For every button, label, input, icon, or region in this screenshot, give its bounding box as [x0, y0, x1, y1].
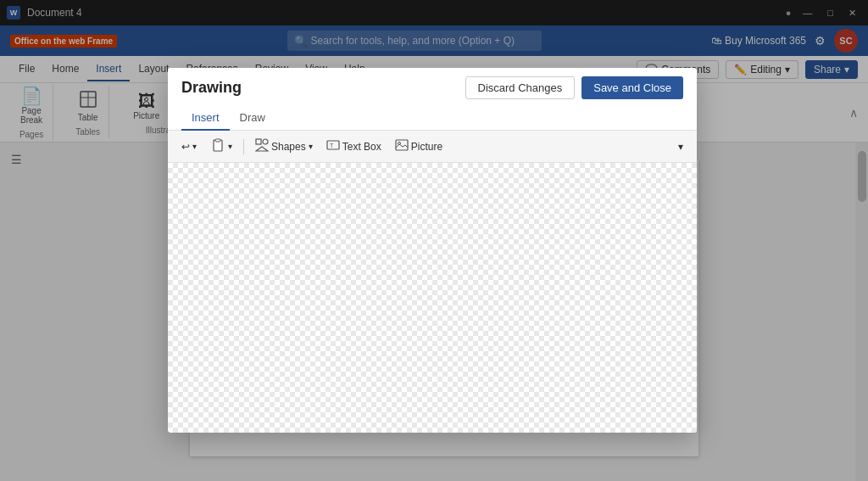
dialog-tab-insert[interactable]: Insert: [181, 106, 230, 131]
dialog-title: Drawing: [181, 79, 242, 97]
svg-rect-9: [256, 139, 261, 144]
svg-rect-14: [396, 140, 408, 150]
clipboard-button[interactable]: ▾: [205, 135, 237, 158]
shapes-button[interactable]: Shapes ▾: [250, 136, 318, 157]
dialog-toolbar: ↩ ▾ ▾ Shapes ▾: [168, 131, 697, 163]
dialog-tab-draw[interactable]: Draw: [230, 106, 275, 131]
textbox-icon: T: [326, 138, 340, 154]
picture-insert-icon: [395, 138, 409, 154]
dialog-tabs: Insert Draw: [168, 99, 697, 131]
shapes-icon: [255, 138, 269, 154]
discard-changes-button[interactable]: Discard Changes: [465, 76, 576, 99]
svg-marker-11: [256, 147, 268, 151]
svg-text:T: T: [330, 143, 334, 148]
toolbar-end: ▾: [673, 138, 688, 155]
shapes-chevron-icon: ▾: [309, 142, 313, 151]
svg-point-10: [263, 139, 268, 144]
dialog-buttons: Discard Changes Save and Close: [465, 76, 684, 99]
svg-rect-8: [215, 139, 220, 142]
textbox-button[interactable]: T Text Box: [321, 136, 387, 157]
undo-icon: ↩: [181, 141, 190, 153]
toolbar-expand-icon: ▾: [678, 141, 683, 153]
clipboard-icon: [210, 137, 225, 155]
save-and-close-button[interactable]: Save and Close: [581, 76, 683, 99]
toolbar-separator-1: [243, 139, 244, 154]
undo-chevron-icon: ▾: [192, 142, 197, 151]
clipboard-chevron-icon: ▾: [228, 142, 232, 151]
undo-button[interactable]: ↩ ▾: [176, 138, 202, 155]
picture-insert-button[interactable]: Picture: [390, 136, 448, 157]
dialog-header: Drawing Discard Changes Save and Close: [168, 68, 697, 99]
drawing-canvas[interactable]: [168, 163, 697, 433]
toolbar-chevron-button[interactable]: ▾: [673, 138, 688, 155]
drawing-dialog: Drawing Discard Changes Save and Close I…: [168, 68, 697, 433]
